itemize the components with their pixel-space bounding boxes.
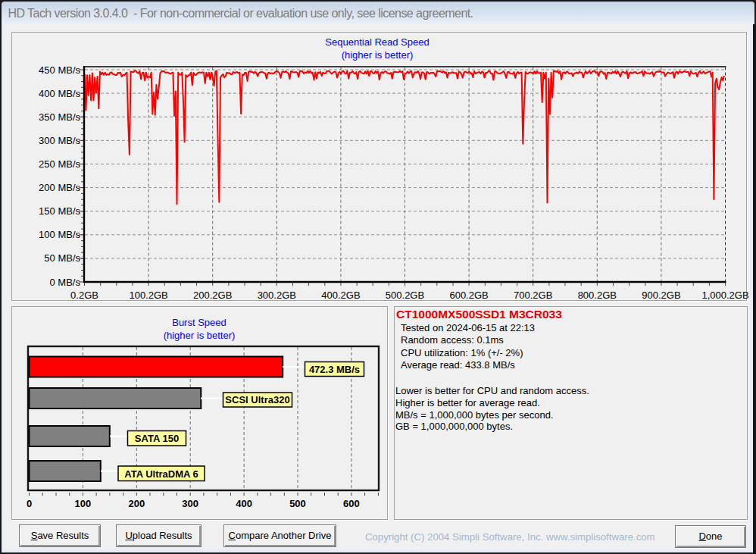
- svg-text:500.2GB: 500.2GB: [386, 290, 424, 301]
- svg-text:0 MB/s: 0 MB/s: [50, 277, 81, 288]
- svg-text:400: 400: [236, 498, 252, 509]
- svg-text:150 MB/s: 150 MB/s: [39, 205, 80, 217]
- svg-text:600.2GB: 600.2GB: [449, 290, 488, 301]
- svg-text:700.2GB: 700.2GB: [514, 290, 552, 301]
- svg-text:100.2GB: 100.2GB: [129, 290, 167, 301]
- svg-text:500: 500: [289, 498, 306, 509]
- svg-text:400 MB/s: 400 MB/s: [39, 88, 80, 99]
- svg-text:200: 200: [128, 498, 145, 509]
- svg-text:250 MB/s: 250 MB/s: [39, 158, 80, 170]
- svg-text:600: 600: [343, 498, 360, 509]
- svg-text:SCSI Ultra320: SCSI Ultra320: [225, 394, 289, 405]
- svg-text:0.2GB: 0.2GB: [70, 290, 98, 301]
- svg-text:300.2GB: 300.2GB: [258, 290, 296, 301]
- svg-text:50 MB/s: 50 MB/s: [44, 252, 80, 264]
- svg-text:SATA 150: SATA 150: [135, 433, 179, 444]
- svg-text:1,000.2GB: 1,000.2GB: [701, 290, 748, 301]
- svg-text:Sequential Read Speed: Sequential Read Speed: [325, 36, 429, 48]
- svg-text:200.2GB: 200.2GB: [193, 290, 232, 301]
- svg-text:800.2GB: 800.2GB: [578, 290, 617, 301]
- svg-text:900.2GB: 900.2GB: [642, 290, 680, 301]
- svg-text:100 MB/s: 100 MB/s: [39, 229, 80, 240]
- svg-text:(higher is better): (higher is better): [164, 330, 236, 341]
- svg-text:300: 300: [182, 498, 198, 509]
- svg-text:472.3 MB/s: 472.3 MB/s: [309, 364, 360, 375]
- svg-text:300 MB/s: 300 MB/s: [39, 135, 80, 146]
- svg-text:450 MB/s: 450 MB/s: [39, 64, 80, 76]
- svg-text:200 MB/s: 200 MB/s: [39, 182, 80, 193]
- svg-text:350 MB/s: 350 MB/s: [39, 111, 80, 123]
- svg-text:100: 100: [75, 498, 92, 509]
- svg-text:(higher is better): (higher is better): [342, 49, 414, 61]
- svg-text:400.2GB: 400.2GB: [321, 290, 360, 301]
- svg-text:Burst Speed: Burst Speed: [172, 317, 226, 328]
- svg-text:0: 0: [27, 498, 32, 509]
- svg-text:ATA UltraDMA 6: ATA UltraDMA 6: [124, 468, 198, 480]
